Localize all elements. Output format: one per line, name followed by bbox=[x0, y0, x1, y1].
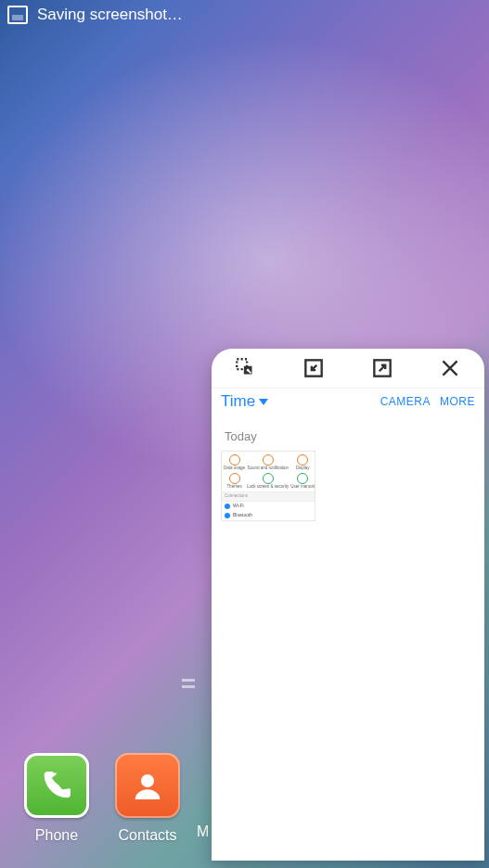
thumb-row: Bluetooth bbox=[222, 511, 315, 520]
popup-window: Time CAMERA MORE Today Data usage Sound … bbox=[212, 349, 484, 861]
gallery-app: Time CAMERA MORE Today Data usage Sound … bbox=[212, 389, 484, 521]
dock-label-phone: Phone bbox=[35, 827, 78, 844]
popup-toolbar bbox=[212, 349, 484, 389]
dock-item-contacts[interactable]: Contacts bbox=[115, 753, 180, 844]
screenshot-thumbnail[interactable]: Data usage Sound and notification Displa… bbox=[221, 451, 315, 521]
dock-label-cut: M bbox=[197, 823, 210, 840]
status-text: Saving screenshot… bbox=[37, 6, 183, 24]
close-window-button[interactable] bbox=[436, 354, 464, 382]
thumb-row: Wi-Fi bbox=[222, 502, 315, 511]
thumb-icon: Display bbox=[290, 454, 315, 471]
move-window-button[interactable] bbox=[232, 354, 260, 382]
dock-label-contacts: Contacts bbox=[118, 827, 176, 844]
camera-link[interactable]: CAMERA bbox=[380, 395, 431, 408]
chevron-down-icon bbox=[259, 399, 268, 405]
dock-item-phone[interactable]: Phone bbox=[24, 753, 89, 844]
svg-point-0 bbox=[141, 774, 154, 787]
maximize-window-button[interactable] bbox=[368, 354, 396, 382]
dock: Phone Contacts bbox=[24, 753, 180, 844]
section-today: Today bbox=[225, 429, 475, 443]
svg-point-2 bbox=[247, 369, 250, 372]
thumb-icon: Sound and notification bbox=[247, 454, 289, 471]
thumb-icon: User manual bbox=[290, 473, 315, 490]
app-header-actions: CAMERA MORE bbox=[380, 395, 475, 408]
app-header: Time CAMERA MORE bbox=[221, 389, 475, 415]
status-bar: Saving screenshot… bbox=[0, 0, 489, 30]
thumb-icon: Data usage bbox=[224, 454, 245, 471]
thumb-icon: Themes bbox=[224, 473, 245, 490]
thumbnail-settings-grid: Data usage Sound and notification Displa… bbox=[222, 452, 315, 491]
app-title-dropdown[interactable]: Time bbox=[221, 392, 268, 411]
more-link[interactable]: MORE bbox=[440, 395, 475, 408]
thumb-section-header: Connections bbox=[222, 491, 315, 502]
minimize-window-button[interactable] bbox=[300, 354, 328, 382]
resize-handle-icon[interactable] bbox=[182, 679, 195, 688]
thumb-icon: Lock screen & security bbox=[247, 473, 289, 490]
phone-icon bbox=[24, 753, 89, 818]
contacts-icon bbox=[115, 753, 180, 818]
image-icon bbox=[7, 6, 28, 24]
app-title-text: Time bbox=[221, 392, 255, 411]
